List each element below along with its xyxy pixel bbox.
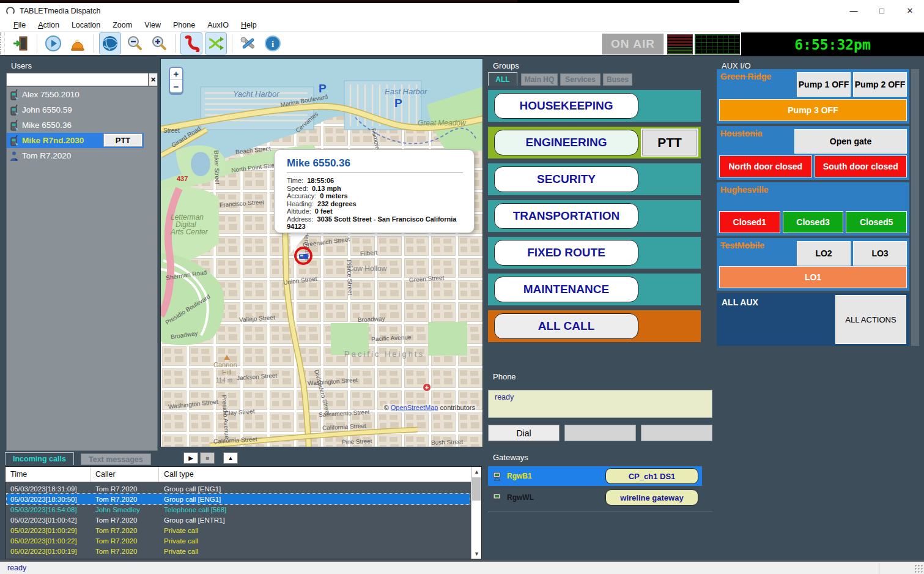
close-button[interactable]: ✕ bbox=[896, 3, 924, 18]
zoom-in-icon[interactable] bbox=[148, 32, 170, 54]
user-name: John 6550.59 bbox=[22, 105, 72, 114]
menu-view[interactable]: View bbox=[138, 19, 167, 31]
on-air-indicator: ON AIR bbox=[602, 34, 663, 54]
alarm-siren-icon[interactable] bbox=[67, 32, 89, 54]
aux-button[interactable]: South door closed bbox=[815, 155, 907, 177]
gateway-channel-button[interactable]: wireline gateway bbox=[605, 490, 698, 505]
exit-icon[interactable] bbox=[10, 32, 32, 54]
group-row-housekeeping: HOUSEKEEPING bbox=[488, 90, 701, 122]
column-header-call-type[interactable]: Call type bbox=[159, 467, 471, 482]
group-row-engineering: ENGINEERINGPTT bbox=[488, 127, 701, 158]
scrollbar-up-arrow[interactable]: ▲ bbox=[471, 467, 482, 477]
maximize-button[interactable]: □ bbox=[868, 3, 896, 18]
group-ptt-button[interactable]: PTT bbox=[642, 130, 697, 155]
dial-button[interactable]: Dial bbox=[488, 425, 560, 441]
aux-button[interactable]: North door closed bbox=[719, 155, 812, 177]
phone-blank-button-2[interactable] bbox=[641, 425, 712, 441]
radio-icon bbox=[9, 89, 19, 100]
gateway-channel-button[interactable]: CP_ch1 DS1 bbox=[605, 468, 698, 484]
call-cell: Tom R7.2020 bbox=[92, 537, 160, 545]
user-search-input[interactable] bbox=[6, 73, 149, 86]
call-row[interactable]: 05/03/2023[18:30:50]Tom R7.2020Group cal… bbox=[7, 494, 470, 504]
menu-auxio[interactable]: AuxIO bbox=[201, 19, 235, 31]
user-row[interactable]: Mike 6550.36 bbox=[7, 117, 157, 133]
menu-file[interactable]: File bbox=[7, 19, 32, 31]
aux-button[interactable]: LO3 bbox=[853, 241, 907, 266]
info-icon[interactable]: i bbox=[262, 32, 284, 54]
all-actions-button[interactable]: ALL ACTIONS bbox=[835, 295, 906, 344]
group-call-button[interactable]: ALL CALL bbox=[494, 313, 638, 339]
tab-main-hq[interactable]: Main HQ bbox=[521, 73, 558, 86]
stop-recording-button[interactable]: ■ bbox=[200, 452, 215, 464]
aux-button[interactable]: Pump 2 OFF bbox=[853, 72, 907, 97]
tab-all[interactable]: ALL bbox=[488, 72, 517, 86]
group-call-button[interactable]: FIXED ROUTE bbox=[494, 240, 638, 266]
call-row[interactable]: 05/03/2023[18:31:09]Tom R7.2020Group cal… bbox=[7, 483, 470, 494]
tab-incoming-calls[interactable]: Incoming calls bbox=[5, 452, 74, 465]
group-call-button[interactable]: TRANSPORTATION bbox=[494, 203, 638, 229]
aux-button[interactable]: Pump 1 OFF bbox=[797, 72, 851, 97]
call-row[interactable]: 05/02/2023[01:00:19]Tom R7.2020Private c… bbox=[7, 546, 470, 556]
menu-location[interactable]: Location bbox=[65, 19, 106, 31]
toolbar-grip[interactable] bbox=[0, 32, 5, 54]
aux-button[interactable]: Open gate bbox=[794, 129, 907, 154]
phone-panel-title: Phone bbox=[493, 372, 516, 381]
menu-zoom[interactable]: Zoom bbox=[106, 19, 138, 31]
user-row[interactable]: Tom R7.2020 bbox=[7, 148, 157, 163]
gateway-row[interactable]: RgwWLwireline gateway bbox=[488, 488, 702, 507]
call-row[interactable]: 05/02/2023[01:00:22]Tom R7.2020Private c… bbox=[7, 535, 470, 546]
aux-site-label: Houstonia bbox=[720, 129, 762, 138]
menu-help[interactable]: Help bbox=[235, 19, 263, 31]
menu-phone[interactable]: Phone bbox=[167, 19, 201, 31]
user-row[interactable]: Alex 7550.2010 bbox=[7, 87, 157, 102]
tab-buses[interactable]: Buses bbox=[603, 73, 632, 86]
user-row[interactable]: John 6550.59 bbox=[7, 102, 157, 117]
patch-arrows-icon[interactable] bbox=[205, 32, 227, 54]
tab-services[interactable]: Services bbox=[560, 73, 601, 86]
scroll-up-button[interactable]: ▲ bbox=[223, 452, 238, 464]
aux-button[interactable]: Closed5 bbox=[846, 211, 907, 233]
vehicle-marker[interactable] bbox=[294, 247, 312, 265]
group-call-button[interactable]: HOUSEKEEPING bbox=[494, 93, 638, 119]
group-row-all-call: ALL CALL bbox=[488, 310, 701, 342]
aux-scrollbar[interactable] bbox=[911, 69, 919, 346]
vu-meter bbox=[667, 34, 693, 54]
aux-button[interactable]: Closed3 bbox=[783, 211, 844, 233]
aux-button[interactable]: Closed1 bbox=[719, 211, 780, 233]
menu-action[interactable]: Action bbox=[32, 19, 65, 31]
scrollbar-down-arrow[interactable]: ▼ bbox=[471, 549, 482, 559]
resize-grip[interactable] bbox=[914, 564, 923, 573]
column-header-time[interactable]: Time bbox=[6, 467, 91, 482]
aux-button[interactable]: LO1 bbox=[719, 266, 907, 288]
user-row[interactable]: Mike R7nd.2030PTT bbox=[7, 133, 144, 148]
scrollbar-thumb[interactable] bbox=[472, 477, 481, 501]
user-ptt-button[interactable]: PTT bbox=[104, 134, 142, 146]
aux-button[interactable]: Pump 3 OFF bbox=[719, 99, 907, 121]
tab-text-messages[interactable]: Text messages bbox=[81, 453, 151, 465]
zoom-out-icon[interactable] bbox=[124, 32, 146, 54]
group-call-button[interactable]: ENGINEERING bbox=[494, 130, 638, 155]
calls-scrollbar[interactable]: ▲ ▼ bbox=[471, 467, 481, 559]
group-call-button[interactable]: SECURITY bbox=[494, 166, 638, 192]
column-header-caller[interactable]: Caller bbox=[91, 467, 159, 482]
play-recording-button[interactable]: ▶ bbox=[183, 452, 198, 464]
call-row[interactable]: 05/02/2023[01:00:29]Tom R7.2020Private c… bbox=[7, 525, 470, 535]
map-zoom-out-button[interactable]: − bbox=[170, 80, 182, 92]
openstreetmap-link[interactable]: OpenStreetMap bbox=[391, 404, 438, 411]
map-poi-marker: + bbox=[423, 383, 431, 392]
call-row[interactable]: 05/02/2023[01:00:42]Tom R7.2020Group cal… bbox=[7, 515, 470, 525]
gateway-name: RgwWL bbox=[507, 493, 534, 502]
group-call-button[interactable]: MAINTENANCE bbox=[494, 277, 638, 302]
gateway-row[interactable]: RgwB1CP_ch1 DS1 bbox=[488, 466, 702, 486]
call-row[interactable]: 05/03/2023[16:54:08]John SmedleyTelephon… bbox=[7, 504, 470, 515]
clear-search-button[interactable]: ✕ bbox=[149, 73, 158, 86]
start-icon[interactable] bbox=[42, 32, 64, 54]
phone-blank-button-1[interactable] bbox=[564, 425, 636, 441]
map-zoom-in-button[interactable]: + bbox=[170, 68, 182, 80]
aux-button[interactable]: LO2 bbox=[797, 241, 851, 266]
gps-globe-icon[interactable] bbox=[99, 32, 121, 54]
minimize-button[interactable]: — bbox=[840, 3, 868, 18]
tools-icon[interactable] bbox=[237, 32, 259, 54]
map-canvas[interactable]: + − Yacht HarborEast HarborPPMarina Boul… bbox=[160, 58, 483, 447]
phone-icon[interactable] bbox=[180, 32, 202, 54]
